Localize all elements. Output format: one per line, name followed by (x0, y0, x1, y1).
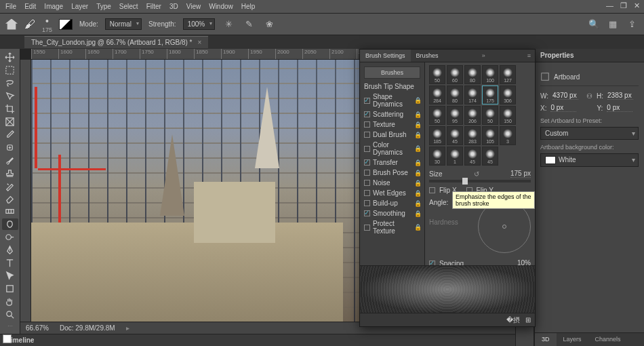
brush-thumb[interactable]: 206 (464, 106, 481, 125)
brush-thumb[interactable]: 45 (447, 126, 463, 145)
pen-tool[interactable] (2, 244, 18, 256)
checkbox[interactable] (364, 98, 370, 104)
brush-thumb[interactable]: 127 (500, 65, 516, 84)
brush-option-wet-edges[interactable]: Wet Edges🔒 (360, 188, 424, 198)
brush-thumb[interactable]: 50 (429, 65, 445, 84)
bg-dropdown[interactable]: White (540, 153, 639, 167)
checkbox[interactable] (364, 159, 370, 166)
quick-select-tool[interactable] (2, 90, 18, 102)
eraser-tool[interactable] (2, 193, 18, 204)
mode-dropdown[interactable]: Normal (105, 18, 142, 30)
strength-dropdown[interactable]: 100% (183, 18, 216, 30)
toggle-preview-icon[interactable]: �摂 (506, 315, 520, 325)
artboard-y[interactable]: 0 px (607, 104, 632, 112)
menu-filter[interactable]: Filter (146, 3, 161, 10)
brush-thumb[interactable]: 95 (447, 106, 463, 125)
search-icon[interactable]: 🔍 (587, 18, 601, 31)
healing-tool[interactable] (2, 142, 18, 153)
checkbox[interactable] (364, 190, 370, 196)
hand-tool[interactable] (2, 296, 18, 307)
symmetry-icon[interactable]: ❀ (262, 18, 276, 31)
menu-edit[interactable]: Edit (24, 3, 36, 10)
new-brush-icon[interactable]: ⊞ (525, 316, 531, 324)
shape-tool[interactable] (2, 283, 18, 294)
brush-thumb[interactable]: 175 (482, 85, 498, 104)
artboard-x[interactable]: 0 px (550, 104, 576, 112)
brush-option-noise[interactable]: Noise🔒 (360, 178, 424, 188)
spacing-value[interactable]: 10% (512, 259, 531, 265)
tab-3d[interactable]: 3D (535, 333, 557, 346)
brush-option-color-dynamics[interactable]: Color Dynamics🔒 (360, 140, 424, 157)
doc-size[interactable]: Doc: 29.8M/29.8M (60, 324, 115, 332)
tab-close-icon[interactable]: × (198, 39, 202, 46)
restore-icon[interactable]: ❐ (620, 1, 627, 10)
crop-tool[interactable] (2, 103, 18, 115)
checkbox[interactable] (364, 200, 370, 206)
dodge-tool[interactable] (2, 231, 18, 243)
brush-thumb[interactable]: 174 (464, 85, 481, 104)
lock-icon[interactable]: 🔒 (414, 97, 422, 104)
frame-tool[interactable] (2, 116, 18, 128)
flipx-checkbox[interactable] (429, 187, 435, 193)
menu-type[interactable]: Type (96, 3, 111, 10)
lasso-tool[interactable] (2, 77, 18, 89)
lock-icon[interactable]: 🔒 (414, 159, 422, 166)
checkbox[interactable] (364, 180, 370, 186)
tablet-pressure-icon[interactable]: ✎ (242, 18, 256, 31)
brush-swatch[interactable] (59, 19, 73, 30)
size-value[interactable]: 175 px (510, 170, 531, 178)
history-brush-tool[interactable] (2, 180, 18, 192)
menu-layer[interactable]: Layer (71, 3, 88, 10)
brush-thumb[interactable]: 45 (482, 147, 498, 166)
panel-menu-icon[interactable]: ≡ (523, 50, 535, 62)
lock-icon[interactable]: 🔒 (414, 224, 422, 231)
airbrush-icon[interactable]: ✳ (222, 18, 235, 31)
lock-icon[interactable]: 🔒 (414, 210, 422, 217)
tab-brushes[interactable]: Brushes (411, 50, 444, 62)
lock-icon[interactable]: 🔒 (414, 200, 422, 207)
size-slider[interactable] (429, 180, 531, 182)
preset-dropdown[interactable]: Custom (540, 127, 639, 140)
menu-help[interactable]: Help (241, 3, 256, 10)
zoom-level[interactable]: 66.67% (26, 324, 49, 332)
artboard-width[interactable]: 4370 px (552, 92, 578, 100)
brush-preset-picker[interactable]: • 175 (42, 16, 52, 33)
smudge-tool[interactable] (2, 218, 18, 230)
lock-icon[interactable]: 🔒 (414, 180, 422, 187)
lock-icon[interactable]: 🔒 (414, 121, 422, 128)
reset-size-icon[interactable]: ↺ (474, 170, 479, 178)
checkbox[interactable] (364, 170, 370, 176)
lock-icon[interactable]: 🔒 (414, 132, 422, 138)
gradient-tool[interactable] (2, 206, 18, 217)
brush-tip-shape[interactable]: Brush Tip Shape (360, 81, 424, 92)
brush-thumb[interactable]: 50 (429, 106, 445, 125)
brush-option-scattering[interactable]: Scattering🔒 (360, 109, 424, 119)
minimize-icon[interactable]: — (606, 1, 613, 10)
share-icon[interactable]: ⇪ (625, 18, 639, 31)
brush-option-texture[interactable]: Texture🔒 (360, 119, 424, 130)
path-select-tool[interactable] (2, 270, 18, 282)
timeline-panel[interactable]: Timeline (0, 334, 515, 346)
move-tool[interactable] (2, 52, 18, 63)
lock-icon[interactable]: 🔒 (414, 170, 422, 176)
brush-option-smoothing[interactable]: Smoothing🔒 (360, 208, 424, 218)
checkbox[interactable] (364, 210, 370, 216)
menu-select[interactable]: Select (119, 3, 138, 10)
eyedropper-tool[interactable] (2, 129, 18, 140)
brush-thumb[interactable]: 283 (464, 126, 481, 145)
stamp-tool[interactable] (2, 168, 18, 179)
panel-expand-icon[interactable]: » (478, 50, 489, 62)
tab-layers[interactable]: Layers (557, 333, 588, 346)
brush-option-shape-dynamics[interactable]: Shape Dynamics🔒 (360, 92, 424, 109)
tab-brush-settings[interactable]: Brush Settings (360, 50, 411, 62)
menu-file[interactable]: File (5, 3, 16, 10)
brush-thumb[interactable]: 306 (500, 85, 516, 104)
artboard-height[interactable]: 2383 px (607, 92, 633, 100)
zoom-tool[interactable] (2, 309, 18, 320)
checkbox[interactable] (364, 225, 370, 231)
brush-thumb[interactable]: 80 (464, 65, 481, 84)
lock-icon[interactable]: 🔒 (414, 190, 422, 197)
close-icon[interactable]: ✕ (634, 1, 640, 10)
menu-view[interactable]: View (186, 3, 201, 10)
tool-preset-icon[interactable]: 🖌 (24, 18, 35, 31)
